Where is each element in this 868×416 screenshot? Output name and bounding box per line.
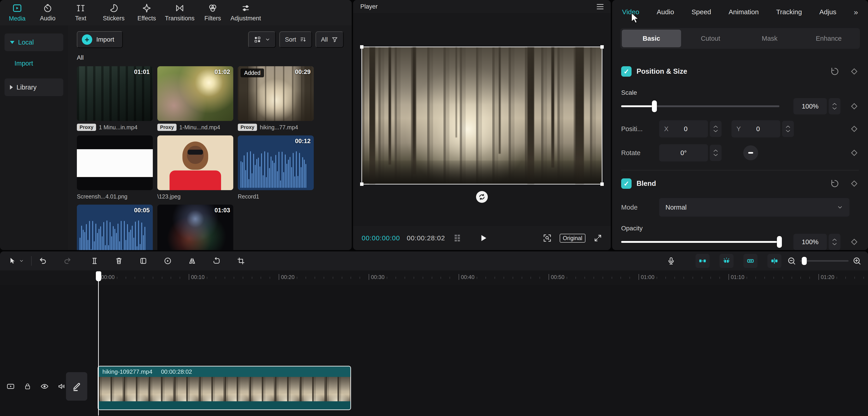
- tab-effects[interactable]: Effects: [130, 3, 163, 22]
- voiceover-button[interactable]: [666, 256, 677, 266]
- rotate-field[interactable]: 0°: [659, 144, 708, 161]
- split-button[interactable]: [89, 256, 100, 266]
- media-card[interactable]: Screensh...4.01.png: [77, 136, 153, 201]
- subtab-cutout[interactable]: Cutout: [681, 30, 740, 47]
- rotate-dial[interactable]: [743, 145, 758, 160]
- view-mode-button[interactable]: [248, 31, 276, 48]
- undo-button[interactable]: [37, 256, 49, 266]
- tab-audio[interactable]: Audio: [31, 3, 64, 22]
- audio-thumbnail[interactable]: 00:12: [238, 136, 314, 190]
- media-card[interactable]: \123.jpeg: [157, 136, 233, 201]
- video-thumbnail[interactable]: Added 00:29: [238, 66, 314, 121]
- resize-handle[interactable]: [600, 45, 604, 49]
- zoom-out-icon[interactable]: [787, 257, 796, 265]
- redo-button[interactable]: [62, 256, 73, 266]
- keyframe-diamond-icon[interactable]: [849, 124, 859, 133]
- linkage-toggle[interactable]: [743, 254, 757, 268]
- blend-checkbox[interactable]: ✓: [621, 178, 631, 189]
- resize-handle[interactable]: [360, 45, 364, 49]
- subtab-basic[interactable]: Basic: [622, 30, 681, 47]
- media-card[interactable]: 00:12 Record1: [238, 136, 314, 201]
- keyframe-diamond-icon[interactable]: [849, 179, 859, 188]
- media-card[interactable]: 01:01 Proxy1 Minu...in.mp4: [77, 66, 153, 131]
- video-thumbnail[interactable]: 01:02: [157, 66, 233, 121]
- position-y-stepper[interactable]: [782, 121, 794, 137]
- mirror-button[interactable]: [187, 256, 197, 266]
- timeline-clip[interactable]: hiking-109277.mp4 00:00:28:02: [98, 366, 351, 410]
- fullscreen-icon[interactable]: [594, 234, 602, 242]
- opacity-slider-handle[interactable]: [777, 236, 782, 248]
- resize-handle[interactable]: [600, 182, 604, 186]
- media-card[interactable]: 01:02 Proxy1-Minu...nd.mp4: [157, 66, 233, 131]
- lock-track-icon[interactable]: [24, 382, 32, 390]
- tab-filters[interactable]: Filters: [196, 3, 229, 22]
- audio-thumbnail[interactable]: 00:05: [77, 205, 153, 250]
- keyframe-diamond-icon[interactable]: [849, 101, 859, 111]
- image-thumbnail[interactable]: [77, 136, 153, 190]
- sidebar-item-import[interactable]: Import: [14, 60, 68, 67]
- frame-view-icon[interactable]: [453, 234, 462, 243]
- keyframe-diamond-icon[interactable]: [849, 237, 859, 247]
- timeline-ruler[interactable]: 00:0000:1000:2000:3000:4000:5001:0001:10…: [0, 270, 868, 285]
- filter-button[interactable]: All: [315, 31, 344, 48]
- scale-slider-handle[interactable]: [652, 100, 657, 112]
- tab-animation[interactable]: Animation: [728, 8, 758, 16]
- crop-button[interactable]: [236, 256, 246, 266]
- position-x-stepper[interactable]: [710, 121, 721, 137]
- video-thumbnail[interactable]: 01:01: [77, 66, 153, 121]
- scale-stepper[interactable]: [829, 98, 840, 114]
- zoom-in-icon[interactable]: [852, 257, 861, 265]
- tab-adjustment[interactable]: Adjustment: [229, 3, 262, 22]
- original-ratio-button[interactable]: Original: [560, 234, 585, 243]
- cover-edit-button[interactable]: [66, 372, 87, 400]
- hide-track-icon[interactable]: [40, 382, 49, 391]
- blend-mode-select[interactable]: Normal: [659, 198, 849, 216]
- opacity-slider[interactable]: [621, 241, 779, 243]
- preview-axis-toggle[interactable]: [767, 254, 781, 268]
- media-card[interactable]: 01:03: [157, 205, 233, 250]
- keyframe-diamond-icon[interactable]: [849, 67, 859, 76]
- timeline-tracks[interactable]: hiking-109277.mp4 00:00:28:02: [0, 285, 868, 416]
- rotate-stepper[interactable]: [710, 145, 721, 161]
- sidebar-item-local[interactable]: Local: [4, 33, 63, 51]
- scale-slider[interactable]: [621, 106, 779, 107]
- tab-media[interactable]: Media: [3, 3, 31, 22]
- subtab-mask[interactable]: Mask: [740, 30, 799, 47]
- opacity-value[interactable]: 100%: [794, 234, 827, 250]
- reverse-button[interactable]: [162, 256, 173, 266]
- rotate-clip-button[interactable]: [211, 256, 222, 266]
- reset-icon[interactable]: [830, 179, 839, 188]
- select-tool-dropdown[interactable]: [18, 256, 25, 266]
- sidebar-item-library[interactable]: Library: [4, 79, 63, 96]
- keyframe-diamond-icon[interactable]: [849, 148, 859, 157]
- tab-speed[interactable]: Speed: [691, 8, 711, 16]
- timeline-zoom-handle[interactable]: [802, 257, 807, 265]
- media-card[interactable]: 00:05: [77, 205, 153, 250]
- image-thumbnail[interactable]: [157, 136, 233, 190]
- sort-button[interactable]: Sort: [279, 31, 312, 48]
- freeze-button[interactable]: [138, 256, 149, 266]
- preview-zoom-icon[interactable]: [543, 234, 552, 242]
- tab-adjustment2[interactable]: Adjus: [819, 8, 836, 16]
- tab-transitions[interactable]: Transitions: [163, 3, 196, 22]
- auto-preview-toggle[interactable]: [719, 254, 734, 268]
- select-tool-button[interactable]: [7, 256, 18, 266]
- media-card[interactable]: Added 00:29 Proxyhiking...77.mp4: [238, 66, 314, 131]
- tab-tracking[interactable]: Tracking: [776, 8, 802, 16]
- video-thumbnail[interactable]: 01:03: [157, 205, 233, 250]
- rotate-handle[interactable]: [476, 191, 488, 203]
- magnetic-snap-toggle[interactable]: [695, 254, 710, 268]
- tabs-overflow-icon[interactable]: »: [854, 8, 858, 17]
- scale-value[interactable]: 100%: [794, 98, 827, 114]
- player-menu-icon[interactable]: [597, 4, 603, 9]
- subtab-enhance[interactable]: Enhance: [799, 30, 859, 47]
- mute-track-icon[interactable]: [57, 382, 66, 391]
- opacity-stepper[interactable]: [829, 234, 840, 250]
- import-button[interactable]: + Import: [77, 31, 123, 48]
- reset-icon[interactable]: [830, 67, 839, 76]
- play-button[interactable]: [479, 234, 488, 243]
- position-size-checkbox[interactable]: ✓: [621, 66, 631, 77]
- tab-stickers[interactable]: Stickers: [97, 3, 130, 22]
- position-x-field[interactable]: X 0: [659, 120, 708, 138]
- resize-handle[interactable]: [360, 182, 364, 186]
